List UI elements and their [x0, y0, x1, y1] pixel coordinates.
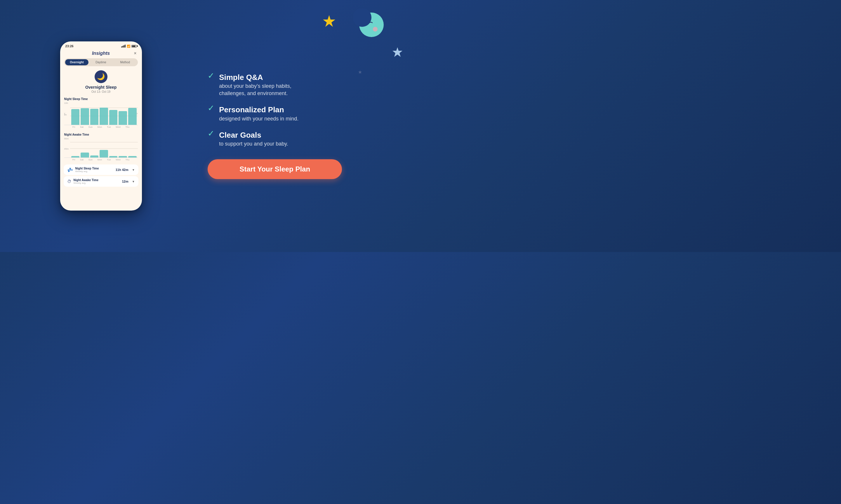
sleep-stat-icon: 💤	[67, 167, 73, 173]
night-awake-chart: Night Awake Time 90m 45m	[61, 131, 141, 162]
feature-content-2: Clear Goals to support you and your baby…	[219, 131, 288, 148]
bar-thu	[128, 108, 137, 125]
awake-stat-name: Night Awake Time	[73, 179, 120, 182]
right-panel: ✓ Simple Q&A about your baby's sleep hab…	[202, 0, 420, 252]
app-header: Insights ×	[61, 49, 141, 57]
checkmark-0: ✓	[208, 72, 214, 80]
signal-icon	[121, 44, 125, 48]
svg-marker-3	[323, 15, 335, 27]
moon-decoration	[353, 9, 385, 42]
awake-bar-thu	[128, 156, 137, 158]
awake-bar-tue	[109, 156, 118, 158]
status-icons: 📶	[121, 44, 137, 48]
feature-list: ✓ Simple Q&A about your baby's sleep hab…	[208, 73, 403, 148]
blue-star-decoration	[392, 47, 403, 59]
awake-stat-value: 12m	[122, 180, 128, 183]
sleep-title: Overnight Sleep	[85, 85, 117, 90]
feature-desc-0: about your baby's sleep habits,challenge…	[219, 83, 291, 97]
awake-bars	[70, 137, 138, 158]
bar-sat	[81, 108, 89, 125]
checkmark-2: ✓	[208, 129, 214, 138]
status-time: 23:26	[65, 44, 73, 48]
sleep-icon: 🌙	[95, 70, 107, 83]
awake-stat-period: Weekly avg.	[73, 182, 120, 184]
awake-stat-info: Night Awake Time Weekly avg.	[73, 179, 120, 184]
sleep-dates: Oct 13- Oct 19	[91, 90, 110, 93]
feature-item-0: ✓ Simple Q&A about your baby's sleep hab…	[208, 73, 403, 97]
svg-point-0	[359, 13, 384, 37]
sleep-section: 🌙 Overnight Sleep Oct 13- Oct 19	[61, 67, 141, 95]
feature-title-2: Clear Goals	[219, 131, 288, 140]
svg-marker-4	[393, 47, 402, 57]
feature-content-1: Personalized Plan designed with your nee…	[219, 105, 298, 122]
svg-point-2	[373, 27, 378, 32]
tab-daytime[interactable]: Daytime	[89, 59, 113, 65]
start-sleep-plan-button[interactable]: Start Your Sleep Plan	[208, 159, 342, 179]
awake-bar-sat	[81, 152, 89, 158]
night-sleep-chart: Night Sleep Time 16h 8h	[61, 95, 141, 129]
awake-bar-sun	[90, 156, 99, 158]
awake-bar-wed	[119, 156, 127, 158]
awake-chart-area: 90m 45m	[64, 137, 138, 158]
awake-bar-mon	[100, 150, 108, 158]
bar-mon	[100, 108, 108, 125]
tab-bar: Overnight Daytime Method	[64, 58, 138, 66]
sleep-stat-info: Night Sleep Time Weekly avg.	[75, 167, 113, 173]
awake-x-labels: Fri Sat Sun Mon Tue Wed Thu	[64, 158, 138, 161]
app-title: Insights	[92, 51, 110, 56]
close-button[interactable]: ×	[134, 51, 136, 56]
phone-mockup: 23:26 📶 Insights × Overnight D	[60, 41, 142, 211]
bar-sun	[90, 109, 99, 125]
feature-desc-2: to support you and your baby.	[219, 140, 288, 148]
yellow-star-decoration	[322, 15, 336, 29]
status-bar: 23:26 📶	[61, 42, 141, 49]
chart-next[interactable]: ›	[137, 111, 138, 115]
awake-stat-arrow[interactable]: ▼	[132, 180, 135, 183]
sleep-bars	[70, 102, 138, 125]
feature-content-0: Simple Q&A about your baby's sleep habit…	[219, 73, 291, 97]
feature-desc-1: designed with your needs in mind.	[219, 115, 298, 123]
awake-stat-icon: ⏱	[67, 179, 71, 184]
sleep-x-labels: Fri Sat Sun Mon Tue Wed Thu	[64, 125, 138, 128]
tab-overnight[interactable]: Overnight	[65, 59, 89, 65]
feature-item-2: ✓ Clear Goals to support you and your ba…	[208, 131, 403, 148]
bar-wed	[119, 111, 127, 125]
feature-title-0: Simple Q&A	[219, 73, 291, 82]
sleep-stat-name: Night Sleep Time	[75, 167, 113, 170]
checkmark-1: ✓	[208, 104, 214, 112]
stat-card-sleep: 💤 Night Sleep Time Weekly avg. 11h 42m ▼	[64, 164, 138, 175]
bar-tue	[109, 110, 118, 125]
tab-method[interactable]: Method	[113, 59, 137, 65]
wifi-icon: 📶	[127, 44, 130, 48]
svg-point-1	[353, 9, 372, 27]
feature-item-1: ✓ Personalized Plan designed with your n…	[208, 105, 403, 122]
awake-y-axis: 90m 45m	[64, 137, 69, 158]
sleep-stat-value: 11h 42m	[116, 168, 128, 172]
left-panel: 23:26 📶 Insights × Overnight D	[0, 0, 202, 252]
sleep-stat-period: Weekly avg.	[75, 170, 113, 173]
awake-chart-label: Night Awake Time	[64, 133, 138, 136]
battery-icon	[132, 45, 137, 48]
bar-fri	[71, 109, 80, 125]
stats-cards: 💤 Night Sleep Time Weekly avg. 11h 42m ▼…	[61, 162, 141, 187]
chart-prev[interactable]: ‹	[64, 111, 65, 115]
sleep-chart-label: Night Sleep Time	[64, 97, 138, 101]
sleep-chart-area: 16h 8h ‹ ›	[64, 102, 138, 125]
sleep-stat-arrow[interactable]: ▼	[132, 168, 135, 172]
awake-bar-fri	[71, 156, 80, 158]
stat-card-awake: ⏱ Night Awake Time Weekly avg. 12m ▼	[64, 176, 138, 187]
feature-title-1: Personalized Plan	[219, 105, 298, 114]
